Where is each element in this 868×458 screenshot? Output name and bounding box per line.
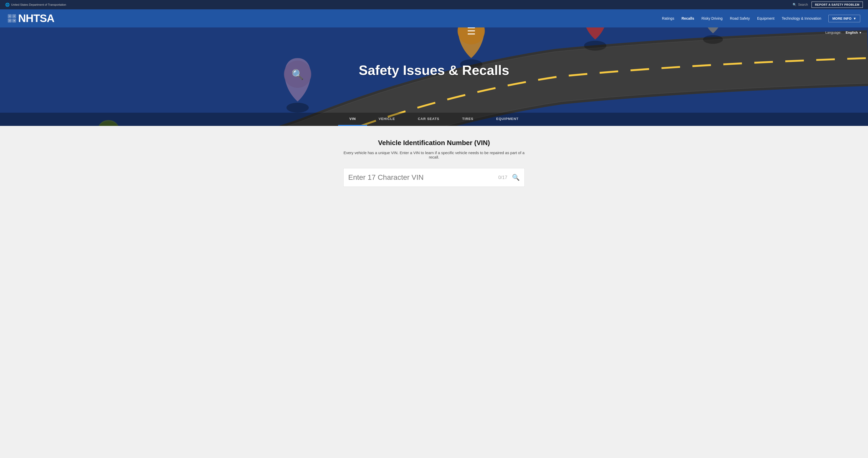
globe-icon: 🌐	[5, 3, 9, 7]
top-bar-actions: 🔍 Search REPORT A SAFETY PROBLEM	[793, 2, 863, 8]
logo-icon-1: ⊙	[8, 14, 12, 18]
search-icon: 🔍	[793, 3, 797, 6]
chevron-down-icon: ▼	[853, 17, 856, 21]
hero-title-prefix: Safety Issues &	[359, 63, 462, 78]
nav-equipment[interactable]: Equipment	[757, 16, 774, 21]
nav-recalls[interactable]: Recalls	[681, 16, 694, 21]
language-bar: Language: English ▼	[819, 28, 868, 37]
tab-equipment[interactable]: EQUIPMENT	[485, 113, 530, 126]
nav-ratings[interactable]: Ratings	[662, 16, 674, 21]
nav-links: Ratings Recalls Risky Driving Road Safet…	[662, 15, 860, 22]
nav-technology[interactable]: Technology & Innovation	[782, 16, 822, 21]
search-icon: 🔍	[512, 174, 520, 181]
logo-icon-4: ★	[12, 19, 16, 23]
language-dropdown-icon[interactable]: ▼	[859, 31, 862, 34]
agency-info: 🌐 United States Department of Transporta…	[5, 3, 66, 7]
language-label: Language:	[825, 31, 841, 34]
search-placeholder-text: Search	[798, 3, 808, 6]
hero-title-bold: Recalls	[462, 63, 509, 78]
hero-section: 📄 🔍 ☰ ↩ Langu	[0, 28, 868, 126]
hero-title: Safety Issues & Recalls	[359, 62, 509, 78]
navigation: ⊙ ✦ ⊡ ★ NHTSA Ratings Recalls Risky Driv…	[0, 9, 868, 28]
tab-car-seats[interactable]: CAR SEATS	[406, 113, 451, 126]
vin-section-title: Vehicle Identification Number (VIN)	[378, 139, 490, 147]
top-bar: 🌐 United States Department of Transporta…	[0, 0, 868, 9]
agency-name: United States Department of Transportati…	[11, 3, 66, 6]
logo-icon-3: ⊡	[8, 19, 12, 23]
more-info-button[interactable]: MORE INFO ▼	[828, 15, 860, 22]
vin-character-counter: 0/17	[498, 175, 507, 180]
vin-input[interactable]	[348, 173, 498, 182]
hero-content: Safety Issues & Recalls	[0, 28, 868, 113]
language-value[interactable]: English	[846, 31, 858, 34]
nav-risky-driving[interactable]: Risky Driving	[702, 16, 723, 21]
logo-area[interactable]: ⊙ ✦ ⊡ ★ NHTSA	[8, 12, 54, 25]
tab-tires[interactable]: TIRES	[451, 113, 485, 126]
more-info-label: MORE INFO	[832, 17, 851, 21]
logo-text: NHTSA	[18, 12, 54, 25]
logo-icon-2: ✦	[12, 14, 16, 18]
vin-section-subtitle: Every vehicle has a unique VIN. Enter a …	[341, 151, 527, 159]
nav-road-safety[interactable]: Road Safety	[730, 16, 750, 21]
tab-vehicle[interactable]: VEHICLE	[367, 113, 406, 126]
vin-input-wrapper: 0/17 🔍	[343, 168, 525, 187]
report-safety-button[interactable]: REPORT A SAFETY PROBLEM	[811, 2, 863, 8]
tabs-bar: VIN VEHICLE CAR SEATS TIRES EQUIPMENT	[0, 113, 868, 126]
vin-search-button[interactable]: 🔍	[512, 174, 520, 181]
main-content: Vehicle Identification Number (VIN) Ever…	[0, 126, 868, 202]
tab-vin[interactable]: VIN	[338, 113, 367, 126]
logo-icons: ⊙ ✦ ⊡ ★	[8, 14, 16, 23]
search-area[interactable]: 🔍 Search	[793, 3, 808, 6]
